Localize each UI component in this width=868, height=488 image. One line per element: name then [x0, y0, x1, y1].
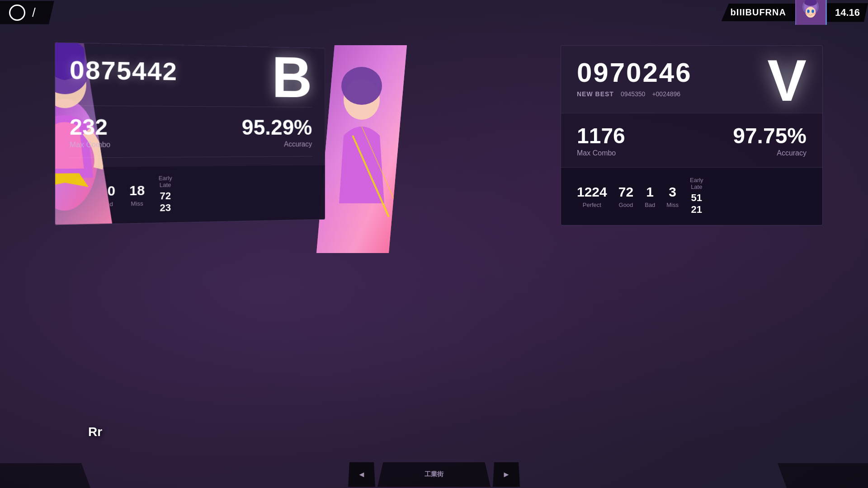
- left-card-top: 0875442 B: [70, 55, 312, 100]
- left-card-content: 0875442 B 232 Max Combo 95.29% Accuracy: [55, 42, 325, 167]
- bottom-nav-item-1[interactable]: 工業街: [377, 462, 491, 487]
- left-combo-label: Max Combo: [70, 141, 110, 149]
- right-grade: V: [767, 57, 807, 104]
- logo-area: /: [0, 1, 54, 24]
- left-early-late-numbers: 72 23: [160, 190, 171, 215]
- right-bad-label: Bad: [645, 202, 655, 208]
- right-perfect-stat: 1224 Perfect: [577, 184, 607, 208]
- center-artwork: [316, 45, 407, 253]
- score-badge: 14.16: [827, 3, 868, 22]
- left-combo-value: 232: [70, 114, 110, 140]
- right-early-value: 51: [691, 192, 702, 204]
- username-text: bIIIBUFRNA: [731, 7, 786, 17]
- right-late-value: 21: [691, 204, 702, 216]
- svg-point-10: [812, 13, 816, 14]
- right-miss-label: Miss: [666, 202, 679, 208]
- new-best-label: NEW BEST: [577, 90, 614, 98]
- left-card: 0875442 B 232 Max Combo 95.29% Accuracy …: [55, 42, 325, 225]
- right-early-late-stat: EarlyLate 51 21: [690, 177, 703, 216]
- username-area: bIIIBUFRNA: [722, 4, 795, 21]
- svg-point-3: [806, 7, 816, 18]
- left-score: 0875442: [70, 55, 178, 86]
- right-accuracy-label: Accuracy: [777, 149, 807, 157]
- bottom-nav-arrow-right[interactable]: ►: [493, 462, 520, 487]
- right-miss-value: 3: [669, 184, 676, 200]
- right-score: 0970246: [577, 57, 692, 88]
- svg-point-7: [807, 10, 809, 13]
- logo-circle: [9, 5, 25, 21]
- right-accuracy-section: 97.75% Accuracy: [733, 123, 807, 157]
- avatar: [795, 0, 827, 25]
- right-card-bottom: 1224 Perfect 72 Good 1 Bad 3 Miss EarlyL…: [561, 168, 822, 225]
- right-early-late-numbers: 51 21: [691, 192, 702, 216]
- right-bad-stat: 1 Bad: [645, 184, 655, 208]
- right-card-top: 0970246 NEW BEST 0945350 +0024896 V: [561, 46, 822, 113]
- left-accuracy-section: 95.29% Accuracy: [242, 115, 312, 148]
- right-early-late-label: EarlyLate: [690, 177, 703, 190]
- arrow-right-icon[interactable]: ►: [502, 470, 510, 479]
- left-accuracy-value: 95.29%: [242, 115, 312, 139]
- header: / bIIIBUFRNA: [0, 0, 868, 25]
- arrow-left-icon[interactable]: ◄: [358, 470, 366, 479]
- right-card-wrapper: 0970246 NEW BEST 0945350 +0024896 V 1176…: [561, 45, 823, 225]
- bottom-nav-left-edge: [0, 463, 90, 488]
- left-card-middle: 232 Max Combo 95.29% Accuracy: [70, 105, 312, 158]
- right-good-stat: 72 Good: [618, 184, 633, 208]
- right-accuracy-value: 97.75%: [733, 123, 807, 148]
- new-best-diff: +0024896: [652, 90, 680, 98]
- right-combo-value: 1176: [577, 123, 625, 148]
- left-miss-value: 18: [129, 183, 145, 198]
- svg-point-9: [805, 13, 809, 14]
- song-name: Rr: [88, 425, 102, 439]
- bottom-nav-text-1: 工業街: [425, 470, 443, 479]
- left-miss-label: Miss: [131, 200, 143, 207]
- right-score-col: 0970246 NEW BEST 0945350 +0024896: [577, 57, 692, 98]
- left-grade: B: [272, 54, 312, 100]
- right-perfect-value: 1224: [577, 184, 607, 200]
- left-early-value: 72: [160, 190, 171, 202]
- right-bad-value: 1: [646, 184, 654, 200]
- right-miss-stat: 3 Miss: [666, 184, 679, 208]
- right-perfect-label: Perfect: [583, 202, 601, 208]
- svg-point-17: [341, 67, 382, 105]
- header-left: /: [0, 1, 54, 24]
- bottom-nav-arrow-left[interactable]: ◄: [348, 462, 375, 487]
- left-accuracy-label: Accuracy: [284, 141, 312, 149]
- score-badge-value: 14.16: [835, 7, 860, 18]
- new-best-row: NEW BEST 0945350 +0024896: [577, 90, 692, 98]
- left-early-late-stat: EarlyLate 72 23: [159, 174, 172, 214]
- left-miss-stat: 18 Miss: [129, 183, 145, 207]
- right-good-label: Good: [619, 202, 633, 208]
- left-score-area: 0875442: [70, 55, 178, 86]
- right-combo-label: Max Combo: [577, 149, 625, 157]
- left-late-value: 23: [160, 202, 171, 214]
- left-card-wrapper: 0875442 B 232 Max Combo 95.29% Accuracy …: [55, 42, 325, 225]
- left-combo-section: 232 Max Combo: [70, 114, 110, 149]
- left-early-late-label: EarlyLate: [159, 174, 172, 188]
- bottom-nav-right-edge: [778, 463, 868, 488]
- header-right: bIIIBUFRNA: [722, 0, 868, 25]
- logo-slash: /: [32, 5, 36, 20]
- bottom-nav: ◄ 工業街 ►: [0, 461, 868, 488]
- svg-point-8: [812, 10, 814, 13]
- new-best-old: 0945350: [621, 90, 646, 98]
- right-card-middle: 1176 Max Combo 97.75% Accuracy: [561, 113, 822, 168]
- right-combo-section: 1176 Max Combo: [577, 123, 625, 157]
- right-card: 0970246 NEW BEST 0945350 +0024896 V 1176…: [561, 45, 823, 225]
- right-good-value: 72: [618, 184, 633, 200]
